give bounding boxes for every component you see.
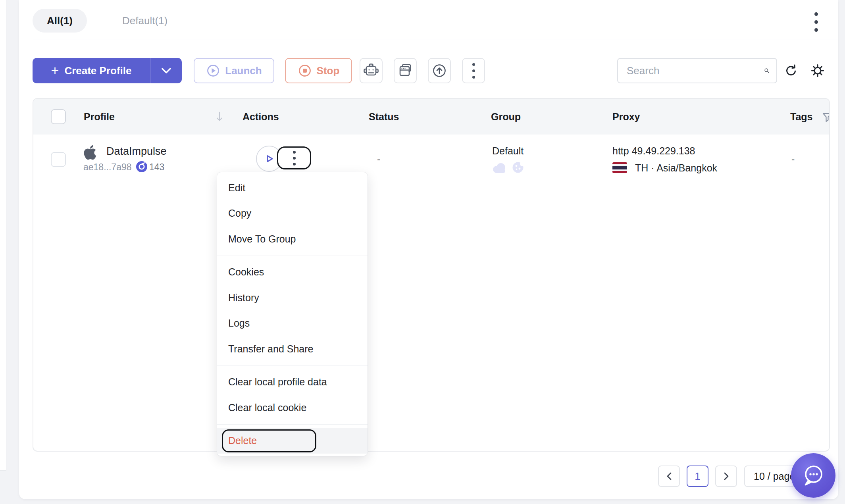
menu-item-clear-local-profile-data[interactable]: Clear local profile data	[217, 369, 368, 395]
page-number-label: 1	[695, 470, 700, 483]
profile-name: DataImpulse	[106, 145, 167, 158]
robot-icon	[363, 62, 379, 79]
profiles-table: Profile Actions Status Group Proxy Tags …	[33, 98, 830, 452]
filter-funnel-icon[interactable]	[822, 112, 830, 122]
create-profile-label: Create Profile	[64, 65, 131, 77]
search-icon	[764, 64, 770, 77]
profile-uid: ae18...7a98	[83, 162, 132, 173]
sort-desc-icon[interactable]	[214, 111, 225, 123]
refresh-icon	[784, 63, 799, 78]
menu-item-copy[interactable]: Copy	[217, 201, 368, 227]
upload-circle-icon	[431, 62, 448, 79]
table-header: Profile Actions Status Group Proxy Tags	[33, 99, 829, 135]
import-upload-button[interactable]	[428, 58, 451, 83]
menu-item-transfer-and-share[interactable]: Transfer and Share	[217, 336, 368, 362]
gear-icon	[809, 62, 826, 79]
row-checkbox[interactable]	[51, 152, 66, 167]
settings-button[interactable]	[808, 58, 827, 83]
tab-default-label: Default(1)	[122, 15, 167, 27]
col-status: Status	[369, 111, 399, 123]
col-actions: Actions	[243, 111, 279, 123]
context-menu: Edit Copy Move To Group Cookies History …	[217, 172, 368, 456]
menu-divider	[217, 256, 368, 256]
play-icon	[263, 152, 275, 165]
chat-bubble-icon	[801, 463, 826, 488]
page-number-1[interactable]: 1	[687, 466, 708, 487]
menu-divider	[217, 365, 368, 366]
menu-item-history[interactable]: History	[217, 285, 368, 311]
stop-label: Stop	[317, 65, 340, 77]
row-group: Default	[492, 145, 524, 157]
col-group: Group	[491, 111, 521, 123]
apple-icon	[83, 144, 97, 161]
menu-item-edit[interactable]: Edit	[217, 175, 368, 201]
browser-windows-button[interactable]	[394, 58, 417, 83]
proxy-host: http 49.49.229.138	[612, 145, 695, 157]
support-chat-button[interactable]	[791, 453, 835, 498]
proxy-location: TH · Asia/Bangkok	[635, 162, 717, 174]
menu-item-delete[interactable]: Delete	[217, 428, 368, 454]
launch-label: Launch	[225, 65, 262, 77]
tabs-divider	[33, 40, 838, 40]
tab-all[interactable]: All(1)	[33, 9, 87, 33]
search-box	[617, 58, 777, 83]
tabs-more-menu-icon[interactable]	[808, 11, 824, 33]
cloud-icon	[491, 162, 508, 174]
row-more-button[interactable]	[277, 146, 311, 169]
table-row: DataImpulse ae18...7a98 143 - Default	[33, 135, 829, 184]
thailand-flag-icon	[612, 162, 627, 173]
tab-all-label: All(1)	[47, 15, 73, 27]
stop-button[interactable]: Stop	[285, 58, 352, 83]
page-size-label: 10 / page	[754, 471, 795, 482]
col-tags: Tags	[790, 111, 813, 123]
col-profile: Profile	[84, 111, 115, 123]
menu-item-logs[interactable]: Logs	[217, 311, 368, 337]
menu-item-clear-local-cookie[interactable]: Clear local cookie	[217, 395, 368, 421]
focus-ring	[222, 429, 316, 452]
col-proxy: Proxy	[612, 111, 640, 123]
stop-circle-icon	[298, 63, 312, 78]
prev-page-button[interactable]	[658, 466, 680, 487]
toolbar-more-button[interactable]	[462, 58, 485, 83]
main-panel: All(1) Default(1) + Create Profile Launc…	[19, 0, 838, 499]
menu-item-move-to-group[interactable]: Move To Group	[217, 226, 368, 252]
browser-version: 143	[149, 162, 164, 173]
launch-button[interactable]: Launch	[194, 58, 274, 83]
play-circle-icon	[206, 63, 220, 78]
chevron-left-icon	[665, 471, 673, 481]
automation-robot-button[interactable]	[360, 58, 383, 83]
create-profile-dropdown[interactable]	[150, 58, 182, 83]
row-tags: -	[791, 154, 795, 165]
create-profile-button[interactable]: + Create Profile	[33, 58, 182, 83]
chevron-down-icon	[161, 67, 172, 74]
next-page-button[interactable]	[715, 466, 737, 487]
menu-item-cookies[interactable]: Cookies	[217, 260, 368, 285]
tab-default[interactable]: Default(1)	[113, 9, 177, 33]
row-status: -	[377, 154, 380, 165]
kebab-icon	[472, 63, 475, 79]
left-panel-edge	[0, 0, 6, 471]
chevron-right-icon	[722, 471, 730, 481]
menu-divider	[217, 424, 368, 425]
search-input[interactable]	[618, 59, 764, 83]
refresh-button[interactable]	[782, 58, 801, 83]
browser-windows-icon	[397, 62, 414, 79]
select-all-checkbox[interactable]	[51, 109, 66, 124]
chrome-icon	[136, 161, 148, 173]
cookie-icon	[512, 161, 525, 174]
kebab-icon	[293, 151, 296, 165]
